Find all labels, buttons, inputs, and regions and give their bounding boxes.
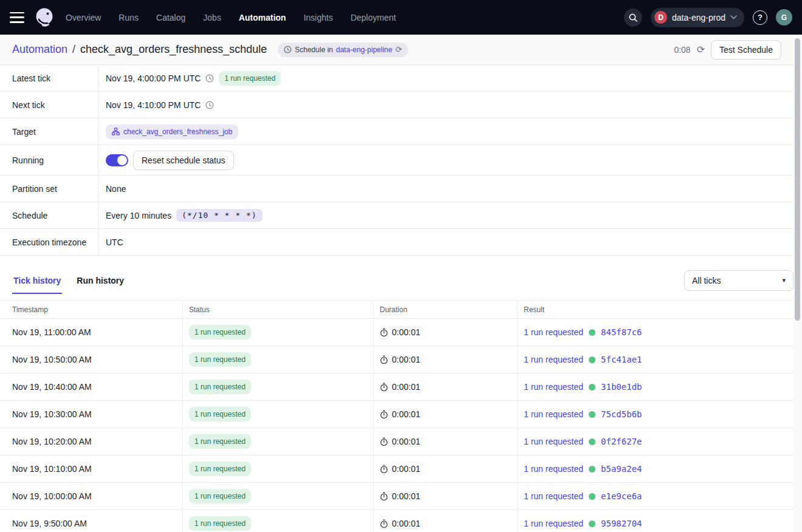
reload-repo-icon[interactable]: ⟳ bbox=[396, 46, 402, 53]
run-status-dot bbox=[589, 384, 595, 390]
workspace-switcher[interactable]: D data-eng-prod bbox=[651, 8, 744, 27]
detail-label: Latest tick bbox=[0, 65, 98, 91]
dagster-logo-icon[interactable] bbox=[33, 6, 56, 29]
detail-row-target: Target check_avg_orders_freshness_job bbox=[0, 118, 793, 145]
tick-status-badge: 1 run requested bbox=[189, 380, 251, 394]
tick-timestamp: Nov 19, 10:00:00 AM bbox=[0, 483, 182, 510]
nav-link-deployment[interactable]: Deployment bbox=[351, 13, 396, 22]
target-job-name: check_avg_orders_freshness_job bbox=[123, 128, 232, 136]
help-icon[interactable]: ? bbox=[753, 10, 767, 25]
tick-timestamp: Nov 19, 11:00:00 AM bbox=[0, 319, 182, 346]
run-id-link[interactable]: 5fc41ae1 bbox=[601, 355, 642, 364]
run-id-link[interactable]: e1e9ce6a bbox=[601, 491, 642, 501]
run-id-link[interactable]: 31b0e1db bbox=[601, 382, 642, 392]
nav-link-runs[interactable]: Runs bbox=[118, 13, 139, 22]
breadcrumb-automation-link[interactable]: Automation bbox=[12, 43, 67, 56]
runs-requested-link[interactable]: 1 run requested bbox=[524, 409, 583, 419]
run-status-dot bbox=[589, 329, 595, 336]
col-header-result: Result bbox=[517, 301, 793, 318]
detail-row-timezone: Execution timezone UTC bbox=[0, 229, 793, 256]
clock-icon bbox=[205, 74, 214, 83]
detail-row-latest-tick: Latest tick Nov 19, 4:00:00 PM UTC 1 run… bbox=[0, 65, 793, 92]
partition-set-value: None bbox=[106, 184, 126, 194]
runs-requested-link[interactable]: 1 run requested bbox=[524, 519, 583, 528]
nav-link-jobs[interactable]: Jobs bbox=[203, 13, 221, 22]
stopwatch-icon bbox=[380, 519, 388, 528]
detail-label: Target bbox=[0, 118, 98, 145]
table-row: Nov 19, 10:30:00 AM 1 run requested 0:00… bbox=[0, 401, 793, 428]
reset-schedule-status-button[interactable]: Reset schedule status bbox=[133, 151, 234, 170]
menu-icon[interactable] bbox=[10, 12, 24, 23]
tab-run-history[interactable]: Run history bbox=[75, 276, 125, 294]
table-row: Nov 19, 10:40:00 AM 1 run requested 0:00… bbox=[0, 373, 793, 401]
tick-duration: 0:00:01 bbox=[392, 464, 420, 474]
timezone-value: UTC bbox=[106, 237, 123, 247]
run-id-link[interactable]: 95982704 bbox=[601, 519, 642, 528]
scrollbar-thumb[interactable] bbox=[795, 38, 800, 321]
nav-link-overview[interactable]: Overview bbox=[66, 13, 101, 22]
table-row: Nov 19, 10:50:00 AM 1 run requested 0:00… bbox=[0, 346, 793, 373]
nav-right: D data-eng-prod ? G bbox=[624, 8, 792, 27]
schedule-location-badge: Schedule in data-eng-pipeline ⟳ bbox=[278, 43, 408, 57]
breadcrumb-bar: Automation / check_avg_orders_freshness_… bbox=[0, 35, 802, 65]
tick-filter-select[interactable]: All ticks ▾ bbox=[684, 270, 793, 291]
tick-timestamp: Nov 19, 10:40:00 AM bbox=[0, 373, 182, 400]
top-nav: Overview Runs Catalog Jobs Automation In… bbox=[0, 0, 802, 35]
col-header-duration: Duration bbox=[373, 301, 517, 318]
run-status-dot bbox=[589, 356, 595, 363]
runs-requested-link[interactable]: 1 run requested bbox=[524, 327, 583, 337]
running-toggle[interactable] bbox=[106, 154, 128, 166]
run-id-link[interactable]: 845f87c6 bbox=[601, 327, 642, 337]
table-row: Nov 19, 11:00:00 AM 1 run requested 0:00… bbox=[0, 319, 793, 346]
repo-link[interactable]: data-eng-pipeline bbox=[336, 46, 392, 54]
history-tabs: Tick history Run history bbox=[12, 276, 125, 294]
history-tabs-row: Tick history Run history All ticks ▾ bbox=[12, 267, 793, 294]
tick-history-table: Timestamp Status Duration Result Nov 19,… bbox=[0, 300, 793, 532]
runs-requested-link[interactable]: 1 run requested bbox=[524, 382, 583, 392]
test-schedule-button[interactable]: Test Schedule bbox=[711, 40, 781, 60]
runs-requested-link[interactable]: 1 run requested bbox=[524, 491, 583, 501]
table-row: Nov 19, 9:50:00 AM 1 run requested 0:00:… bbox=[0, 510, 793, 532]
clock-icon bbox=[205, 101, 214, 109]
detail-label: Schedule bbox=[0, 202, 98, 228]
tick-status-badge: 1 run requested bbox=[189, 489, 251, 503]
tick-status-badge: 1 run requested bbox=[189, 407, 251, 421]
tab-tick-history[interactable]: Tick history bbox=[12, 276, 62, 294]
schedule-details: Latest tick Nov 19, 4:00:00 PM UTC 1 run… bbox=[0, 65, 793, 256]
runs-requested-link[interactable]: 1 run requested bbox=[524, 437, 583, 446]
run-status-dot bbox=[589, 493, 595, 500]
detail-row-schedule: Schedule Every 10 minutes (*/10 * * * *) bbox=[0, 202, 793, 229]
stopwatch-icon bbox=[380, 492, 388, 501]
tick-duration: 0:00:01 bbox=[392, 327, 420, 337]
caret-down-icon: ▾ bbox=[782, 276, 786, 284]
refresh-icon[interactable]: ⟳ bbox=[697, 45, 705, 55]
detail-row-next-tick: Next tick Nov 19, 4:10:00 PM UTC bbox=[0, 92, 793, 118]
detail-label: Next tick bbox=[0, 92, 98, 118]
table-row: Nov 19, 10:00:00 AM 1 run requested 0:00… bbox=[0, 483, 793, 510]
tick-status-badge: 1 run requested bbox=[189, 352, 251, 367]
tick-timestamp: Nov 19, 10:20:00 AM bbox=[0, 428, 182, 455]
detail-label: Running bbox=[0, 145, 98, 175]
tick-timestamp: Nov 19, 10:30:00 AM bbox=[0, 401, 182, 428]
search-icon[interactable] bbox=[624, 9, 642, 27]
run-status-dot bbox=[589, 520, 595, 527]
tick-duration: 0:00:01 bbox=[392, 409, 420, 419]
nav-link-automation[interactable]: Automation bbox=[239, 13, 286, 22]
nav-link-insights[interactable]: Insights bbox=[304, 13, 333, 22]
nav-link-catalog[interactable]: Catalog bbox=[156, 13, 185, 22]
job-graph-icon bbox=[112, 128, 120, 135]
tick-status-badge: 1 run requested bbox=[189, 325, 251, 339]
run-id-link[interactable]: 75cd5b6b bbox=[601, 409, 642, 419]
page-scrollbar[interactable] bbox=[793, 35, 802, 532]
table-row: Nov 19, 10:10:00 AM 1 run requested 0:00… bbox=[0, 455, 793, 483]
target-job-link[interactable]: check_avg_orders_freshness_job bbox=[106, 124, 238, 139]
page: Overview Runs Catalog Jobs Automation In… bbox=[0, 0, 802, 532]
run-id-link[interactable]: b5a9a2e4 bbox=[601, 464, 642, 474]
user-avatar[interactable]: G bbox=[776, 9, 792, 26]
run-id-link[interactable]: 0f2f627e bbox=[601, 437, 642, 446]
detail-row-running: Running Reset schedule status bbox=[0, 145, 793, 176]
runs-requested-link[interactable]: 1 run requested bbox=[524, 464, 583, 474]
runs-requested-link[interactable]: 1 run requested bbox=[524, 355, 583, 364]
detail-label: Execution timezone bbox=[0, 229, 98, 255]
stopwatch-icon bbox=[380, 328, 388, 337]
